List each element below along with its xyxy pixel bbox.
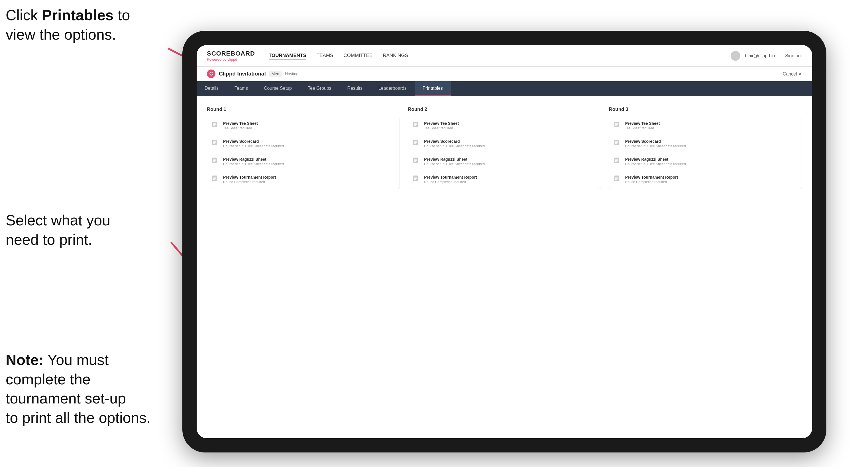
tournament-badge: Men — [269, 71, 282, 76]
round-2-tournament-report[interactable]: Preview Tournament Report Round Completi… — [408, 171, 600, 189]
nav-right: blair@clippd.io | Sign out — [731, 51, 802, 61]
tab-printables[interactable]: Printables — [414, 81, 451, 96]
r3-tee-sheet-title: Preview Tee Sheet — [625, 121, 660, 126]
logo-title: SCOREBOARD — [207, 50, 255, 57]
nav-committee[interactable]: COMMITTEE — [343, 52, 372, 60]
tee-sheet-title: Preview Tee Sheet — [223, 121, 258, 126]
round-2-raguzzi[interactable]: Preview Raguzzi Sheet Course setup + Tee… — [408, 153, 600, 171]
tournament-name: Clippd Invitational — [219, 71, 266, 77]
tournament-report-text: Preview Tournament Report Round Completi… — [223, 175, 276, 184]
round-3-section: Round 3 Preview Tee Sheet Tee Sheet requ… — [609, 106, 802, 189]
r2-tournament-report-title: Preview Tournament Report — [424, 175, 477, 180]
round-1-tee-sheet[interactable]: Preview Tee Sheet Tee Sheet required — [207, 117, 400, 135]
tee-sheet-sub: Tee Sheet required — [223, 126, 258, 130]
nav-divider: | — [779, 53, 780, 58]
r3-raguzzi-text: Preview Raguzzi Sheet Course setup + Tee… — [625, 157, 686, 166]
scorecard-title: Preview Scorecard — [223, 139, 284, 144]
tournament-report-icon — [212, 176, 220, 185]
round-1-raguzzi[interactable]: Preview Raguzzi Sheet Course setup + Tee… — [207, 153, 400, 171]
tab-details[interactable]: Details — [197, 81, 226, 96]
round-2-tee-sheet[interactable]: Preview Tee Sheet Tee Sheet required — [408, 117, 600, 135]
round-3-cards: Preview Tee Sheet Tee Sheet required Pre… — [609, 117, 802, 189]
nav-rankings[interactable]: RANKINGS — [383, 52, 408, 60]
r3-raguzzi-title: Preview Raguzzi Sheet — [625, 157, 686, 161]
logo-sub: Powered by clippd — [207, 57, 255, 62]
r2-scorecard-icon — [413, 139, 421, 149]
r2-raguzzi-sub: Course setup + Tee Sheet data required — [424, 162, 485, 166]
round-2-title: Round 2 — [408, 106, 601, 112]
r3-tee-sheet-text: Preview Tee Sheet Tee Sheet required — [625, 121, 660, 130]
r2-tee-sheet-sub: Tee Sheet required — [424, 126, 459, 130]
tournament-header: C Clippd Invitational Men Hosting Cancel… — [197, 67, 812, 81]
tab-results[interactable]: Results — [339, 81, 370, 96]
tablet-screen: SCOREBOARD Powered by clippd TOURNAMENTS… — [197, 45, 812, 438]
r3-raguzzi-icon — [614, 158, 622, 167]
r3-tee-sheet-sub: Tee Sheet required — [625, 126, 660, 130]
r3-tournament-report-text: Preview Tournament Report Round Completi… — [625, 175, 678, 184]
r3-tournament-report-sub: Round Completion required — [625, 180, 678, 184]
cancel-button[interactable]: Cancel ✕ — [783, 71, 802, 76]
tablet-frame: SCOREBOARD Powered by clippd TOURNAMENTS… — [182, 31, 827, 453]
tee-sheet-icon — [212, 122, 220, 131]
r2-scorecard-title: Preview Scorecard — [424, 139, 485, 144]
tournament-logo: C — [207, 69, 215, 78]
instruction-bottom: Note: You mustcomplete thetournament set… — [6, 350, 151, 427]
round-3-scorecard[interactable]: Preview Scorecard Course setup + Tee She… — [609, 135, 802, 153]
round-1-scorecard[interactable]: Preview Scorecard Course setup + Tee She… — [207, 135, 400, 153]
sign-out-link[interactable]: Sign out — [785, 53, 802, 58]
r2-raguzzi-icon — [413, 158, 421, 167]
r3-tournament-report-title: Preview Tournament Report — [625, 175, 678, 180]
tab-course-setup[interactable]: Course Setup — [256, 81, 300, 96]
user-avatar — [731, 51, 740, 61]
round-1-cards: Preview Tee Sheet Tee Sheet required Pre… — [207, 117, 400, 189]
raguzzi-sub: Course setup + Tee Sheet data required — [223, 162, 284, 166]
round-3-title: Round 3 — [609, 106, 802, 112]
r2-tee-sheet-text: Preview Tee Sheet Tee Sheet required — [424, 121, 459, 130]
tab-leaderboards[interactable]: Leaderboards — [370, 81, 414, 96]
round-2-cards: Preview Tee Sheet Tee Sheet required Pre… — [408, 117, 601, 189]
round-1-section: Round 1 Preview Tee Sheet Tee Sheet requ… — [207, 106, 400, 189]
round-3-tournament-report[interactable]: Preview Tournament Report Round Completi… — [609, 171, 802, 189]
hosting-badge: Hosting — [285, 71, 298, 76]
logo-area: SCOREBOARD Powered by clippd — [207, 50, 255, 62]
top-nav: SCOREBOARD Powered by clippd TOURNAMENTS… — [197, 45, 812, 67]
scorecard-text: Preview Scorecard Course setup + Tee She… — [223, 139, 284, 148]
r2-tee-sheet-icon — [413, 122, 421, 131]
raguzzi-icon — [212, 158, 220, 167]
r2-scorecard-text: Preview Scorecard Course setup + Tee She… — [424, 139, 485, 148]
round-2-scorecard[interactable]: Preview Scorecard Course setup + Tee She… — [408, 135, 600, 153]
r2-raguzzi-title: Preview Raguzzi Sheet — [424, 157, 485, 161]
scorecard-icon — [212, 139, 220, 149]
round-2-section: Round 2 Preview Tee Sheet Tee Sheet requ… — [408, 106, 601, 189]
r3-scorecard-text: Preview Scorecard Course setup + Tee She… — [625, 139, 686, 148]
tournament-report-sub: Round Completion required — [223, 180, 276, 184]
tournament-title-row: C Clippd Invitational Men Hosting — [207, 69, 298, 78]
tab-bar: Details Teams Course Setup Tee Groups Re… — [197, 81, 812, 96]
tournament-report-title: Preview Tournament Report — [223, 175, 276, 180]
r2-tournament-report-icon — [413, 176, 421, 185]
round-3-raguzzi[interactable]: Preview Raguzzi Sheet Course setup + Tee… — [609, 153, 802, 171]
nav-teams[interactable]: TEAMS — [317, 52, 333, 60]
instruction-top: Click Printables toview the options. — [6, 6, 130, 44]
printables-highlight: Printables — [42, 7, 114, 23]
tab-teams[interactable]: Teams — [226, 81, 256, 96]
user-email: blair@clippd.io — [745, 53, 775, 58]
r3-scorecard-title: Preview Scorecard — [625, 139, 686, 144]
r2-tee-sheet-title: Preview Tee Sheet — [424, 121, 459, 126]
r2-raguzzi-text: Preview Raguzzi Sheet Course setup + Tee… — [424, 157, 485, 166]
round-3-tee-sheet[interactable]: Preview Tee Sheet Tee Sheet required — [609, 117, 802, 135]
r3-tournament-report-icon — [614, 176, 622, 185]
round-1-tournament-report[interactable]: Preview Tournament Report Round Completi… — [207, 171, 400, 189]
rounds-grid: Round 1 Preview Tee Sheet Tee Sheet requ… — [207, 106, 802, 189]
tab-tee-groups[interactable]: Tee Groups — [300, 81, 339, 96]
r3-tee-sheet-icon — [614, 122, 622, 131]
instruction-mid: Select what youneed to print. — [6, 211, 110, 249]
r2-tournament-report-sub: Round Completion required — [424, 180, 477, 184]
nav-links: TOURNAMENTS TEAMS COMMITTEE RANKINGS — [269, 52, 731, 60]
r2-scorecard-sub: Course setup + Tee Sheet data required — [424, 144, 485, 148]
r3-scorecard-icon — [614, 139, 622, 149]
round-1-title: Round 1 — [207, 106, 400, 112]
nav-tournaments[interactable]: TOURNAMENTS — [269, 52, 306, 60]
raguzzi-title: Preview Raguzzi Sheet — [223, 157, 284, 161]
note-bold: Note: — [6, 352, 43, 368]
